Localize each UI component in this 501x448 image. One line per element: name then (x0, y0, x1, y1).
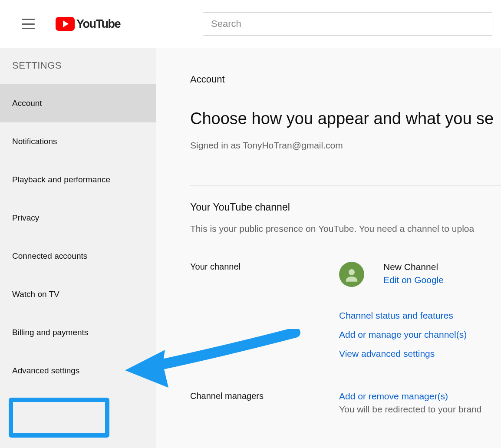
add-remove-managers-link[interactable]: Add or remove manager(s) (339, 391, 481, 402)
channel-section-heading: Your YouTube channel (190, 201, 501, 213)
youtube-play-icon (56, 17, 75, 31)
page-title: Account (190, 74, 501, 85)
sidebar-title: SETTINGS (0, 60, 156, 84)
hamburger-menu-icon[interactable] (22, 19, 35, 29)
managers-description: You will be redirected to your brand (339, 404, 481, 415)
sidebar-item-privacy[interactable]: Privacy (0, 199, 156, 237)
settings-sidebar: SETTINGS Account Notifications Playback … (0, 48, 156, 448)
channel-links: Channel status and features Add or manag… (339, 310, 501, 359)
svg-point-0 (349, 269, 355, 275)
avatar (339, 262, 364, 287)
your-channel-label: Your channel (190, 262, 339, 272)
channel-status-link[interactable]: Channel status and features (339, 310, 501, 321)
channel-managers-label: Channel managers (190, 391, 339, 401)
your-channel-row: Your channel New Channel Edit on Google (190, 262, 501, 287)
sidebar-item-advanced-settings[interactable]: Advanced settings (0, 352, 156, 390)
content-area: SETTINGS Account Notifications Playback … (0, 48, 501, 448)
header-bar: YouTube (0, 0, 501, 48)
channel-info: New Channel Edit on Google (339, 262, 444, 287)
search-input[interactable] (203, 12, 492, 36)
youtube-logo-text: YouTube (76, 17, 120, 31)
channel-name: New Channel (383, 262, 444, 272)
edit-on-google-link[interactable]: Edit on Google (383, 275, 444, 285)
section-divider (190, 185, 501, 186)
sidebar-item-playback[interactable]: Playback and performance (0, 161, 156, 199)
signed-in-text: Signed in as TonyHoTran@gmail.com (190, 140, 501, 151)
sidebar-item-connected-accounts[interactable]: Connected accounts (0, 237, 156, 275)
main-content: Account Choose how you appear and what y… (156, 48, 501, 448)
channel-section-description: This is your public presence on YouTube.… (190, 224, 501, 234)
channel-managers-row: Channel managers Add or remove manager(s… (190, 391, 501, 415)
main-heading: Choose how you appear and what you se (190, 109, 501, 128)
view-advanced-settings-link[interactable]: View advanced settings (339, 349, 501, 359)
search-container (203, 12, 492, 36)
manage-channels-link[interactable]: Add or manage your channel(s) (339, 329, 501, 340)
sidebar-item-billing[interactable]: Billing and payments (0, 313, 156, 352)
sidebar-item-notifications[interactable]: Notifications (0, 122, 156, 161)
youtube-logo[interactable]: YouTube (56, 17, 120, 31)
person-icon (343, 266, 360, 283)
sidebar-item-watch-on-tv[interactable]: Watch on TV (0, 275, 156, 313)
sidebar-item-account[interactable]: Account (0, 84, 156, 122)
